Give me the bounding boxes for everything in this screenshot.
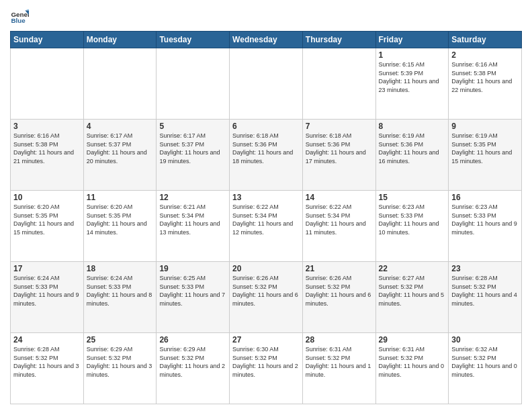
day-cell: 27Sunrise: 6:30 AM Sunset: 5:32 PM Dayli…: [230, 333, 303, 404]
day-cell: 23Sunrise: 6:28 AM Sunset: 5:32 PM Dayli…: [449, 262, 522, 333]
day-info: Sunrise: 6:30 AM Sunset: 5:32 PM Dayligh…: [232, 345, 300, 379]
day-info: Sunrise: 6:19 AM Sunset: 5:36 PM Dayligh…: [379, 132, 446, 165]
day-info: Sunrise: 6:17 AM Sunset: 5:37 PM Dayligh…: [87, 132, 154, 165]
day-number: 7: [306, 122, 373, 131]
day-number: 14: [306, 193, 373, 202]
weekday-header-row: SundayMondayTuesdayWednesdayThursdayFrid…: [11, 32, 522, 48]
week-row-3: 10Sunrise: 6:20 AM Sunset: 5:35 PM Dayli…: [11, 191, 522, 262]
day-info: Sunrise: 6:23 AM Sunset: 5:33 PM Dayligh…: [379, 203, 446, 236]
day-cell: 28Sunrise: 6:31 AM Sunset: 5:32 PM Dayli…: [302, 333, 375, 404]
weekday-wednesday: Wednesday: [230, 32, 303, 48]
day-info: Sunrise: 6:21 AM Sunset: 5:34 PM Dayligh…: [159, 203, 226, 236]
day-info: Sunrise: 6:18 AM Sunset: 5:36 PM Dayligh…: [306, 132, 373, 165]
day-info: Sunrise: 6:20 AM Sunset: 5:35 PM Dayligh…: [13, 203, 81, 236]
weekday-sunday: Sunday: [11, 32, 84, 48]
day-number: 28: [306, 335, 373, 345]
day-info: Sunrise: 6:28 AM Sunset: 5:32 PM Dayligh…: [451, 274, 519, 308]
day-cell: 16Sunrise: 6:23 AM Sunset: 5:33 PM Dayli…: [449, 191, 522, 262]
day-cell: 13Sunrise: 6:22 AM Sunset: 5:34 PM Dayli…: [230, 191, 303, 262]
day-number: 22: [379, 264, 446, 273]
day-info: Sunrise: 6:31 AM Sunset: 5:32 PM Dayligh…: [379, 345, 446, 379]
day-number: 6: [232, 122, 300, 131]
day-cell: 9Sunrise: 6:19 AM Sunset: 5:35 PM Daylig…: [449, 120, 522, 191]
day-info: Sunrise: 6:27 AM Sunset: 5:32 PM Dayligh…: [379, 274, 446, 308]
day-info: Sunrise: 6:26 AM Sunset: 5:32 PM Dayligh…: [232, 274, 300, 308]
day-number: 29: [379, 335, 446, 345]
day-info: Sunrise: 6:16 AM Sunset: 5:38 PM Dayligh…: [451, 60, 519, 94]
day-number: 21: [306, 264, 373, 273]
day-info: Sunrise: 6:31 AM Sunset: 5:32 PM Dayligh…: [306, 345, 373, 379]
day-cell: 6Sunrise: 6:18 AM Sunset: 5:36 PM Daylig…: [230, 120, 303, 191]
day-cell: 8Sunrise: 6:19 AM Sunset: 5:36 PM Daylig…: [375, 120, 449, 191]
day-number: 18: [87, 264, 154, 273]
day-number: 9: [451, 122, 519, 131]
day-info: Sunrise: 6:32 AM Sunset: 5:32 PM Dayligh…: [451, 345, 519, 379]
day-cell: 10Sunrise: 6:20 AM Sunset: 5:35 PM Dayli…: [11, 191, 84, 262]
day-number: 11: [87, 193, 154, 202]
day-cell: 17Sunrise: 6:24 AM Sunset: 5:33 PM Dayli…: [11, 262, 84, 333]
day-cell: 15Sunrise: 6:23 AM Sunset: 5:33 PM Dayli…: [375, 191, 449, 262]
day-cell: 20Sunrise: 6:26 AM Sunset: 5:32 PM Dayli…: [230, 262, 303, 333]
day-cell: 5Sunrise: 6:17 AM Sunset: 5:37 PM Daylig…: [157, 120, 230, 191]
svg-text:Blue: Blue: [11, 17, 26, 24]
day-number: 24: [13, 335, 81, 345]
page: General Blue SundayMondayTuesdayWednesda…: [0, 0, 532, 411]
weekday-thursday: Thursday: [302, 32, 375, 48]
svg-marker-3: [26, 9, 29, 10]
day-info: Sunrise: 6:17 AM Sunset: 5:37 PM Dayligh…: [159, 132, 226, 165]
day-number: 12: [159, 193, 226, 202]
weekday-monday: Monday: [83, 32, 157, 48]
day-cell: 21Sunrise: 6:26 AM Sunset: 5:32 PM Dayli…: [302, 262, 375, 333]
day-info: Sunrise: 6:18 AM Sunset: 5:36 PM Dayligh…: [232, 132, 300, 165]
week-row-1: 1Sunrise: 6:15 AM Sunset: 5:39 PM Daylig…: [11, 48, 522, 120]
week-row-5: 24Sunrise: 6:28 AM Sunset: 5:32 PM Dayli…: [11, 333, 522, 404]
day-cell: 25Sunrise: 6:29 AM Sunset: 5:32 PM Dayli…: [83, 333, 157, 404]
day-number: 17: [13, 264, 81, 273]
day-cell: 26Sunrise: 6:29 AM Sunset: 5:32 PM Dayli…: [157, 333, 230, 404]
day-info: Sunrise: 6:22 AM Sunset: 5:34 PM Dayligh…: [232, 203, 300, 236]
day-info: Sunrise: 6:20 AM Sunset: 5:35 PM Dayligh…: [87, 203, 154, 236]
day-cell: 7Sunrise: 6:18 AM Sunset: 5:36 PM Daylig…: [302, 120, 375, 191]
day-number: 20: [232, 264, 300, 273]
day-number: 4: [87, 122, 154, 131]
day-number: 10: [13, 193, 81, 202]
day-number: 16: [451, 193, 519, 202]
day-info: Sunrise: 6:24 AM Sunset: 5:33 PM Dayligh…: [87, 274, 154, 308]
day-number: 3: [13, 122, 81, 131]
day-info: Sunrise: 6:22 AM Sunset: 5:34 PM Dayligh…: [306, 203, 373, 236]
day-cell: 18Sunrise: 6:24 AM Sunset: 5:33 PM Dayli…: [83, 262, 157, 333]
day-number: 2: [451, 50, 519, 60]
day-number: 8: [379, 122, 446, 131]
day-cell: 3Sunrise: 6:16 AM Sunset: 5:38 PM Daylig…: [11, 120, 84, 191]
day-info: Sunrise: 6:26 AM Sunset: 5:32 PM Dayligh…: [306, 274, 373, 308]
day-number: 19: [159, 264, 226, 273]
logo: General Blue: [10, 7, 29, 26]
day-cell: 24Sunrise: 6:28 AM Sunset: 5:32 PM Dayli…: [11, 333, 84, 404]
day-info: Sunrise: 6:29 AM Sunset: 5:32 PM Dayligh…: [87, 345, 154, 379]
day-cell: 14Sunrise: 6:22 AM Sunset: 5:34 PM Dayli…: [302, 191, 375, 262]
day-cell: 1Sunrise: 6:15 AM Sunset: 5:39 PM Daylig…: [375, 48, 449, 120]
weekday-tuesday: Tuesday: [157, 32, 230, 48]
day-cell: [11, 48, 84, 120]
day-cell: 12Sunrise: 6:21 AM Sunset: 5:34 PM Dayli…: [157, 191, 230, 262]
week-row-4: 17Sunrise: 6:24 AM Sunset: 5:33 PM Dayli…: [11, 262, 522, 333]
day-cell: 19Sunrise: 6:25 AM Sunset: 5:33 PM Dayli…: [157, 262, 230, 333]
weekday-friday: Friday: [375, 32, 449, 48]
day-info: Sunrise: 6:23 AM Sunset: 5:33 PM Dayligh…: [451, 203, 519, 236]
week-row-2: 3Sunrise: 6:16 AM Sunset: 5:38 PM Daylig…: [11, 120, 522, 191]
day-number: 25: [87, 335, 154, 345]
day-cell: 11Sunrise: 6:20 AM Sunset: 5:35 PM Dayli…: [83, 191, 157, 262]
day-cell: 29Sunrise: 6:31 AM Sunset: 5:32 PM Dayli…: [375, 333, 449, 404]
day-cell: 2Sunrise: 6:16 AM Sunset: 5:38 PM Daylig…: [449, 48, 522, 120]
day-number: 27: [232, 335, 300, 345]
header: General Blue: [10, 7, 522, 26]
logo-icon: General Blue: [10, 7, 29, 26]
day-cell: 4Sunrise: 6:17 AM Sunset: 5:37 PM Daylig…: [83, 120, 157, 191]
day-cell: [157, 48, 230, 120]
day-number: 5: [159, 122, 226, 131]
day-number: 15: [379, 193, 446, 202]
day-info: Sunrise: 6:28 AM Sunset: 5:32 PM Dayligh…: [13, 345, 81, 379]
day-info: Sunrise: 6:24 AM Sunset: 5:33 PM Dayligh…: [13, 274, 81, 308]
day-number: 26: [159, 335, 226, 345]
day-number: 13: [232, 193, 300, 202]
